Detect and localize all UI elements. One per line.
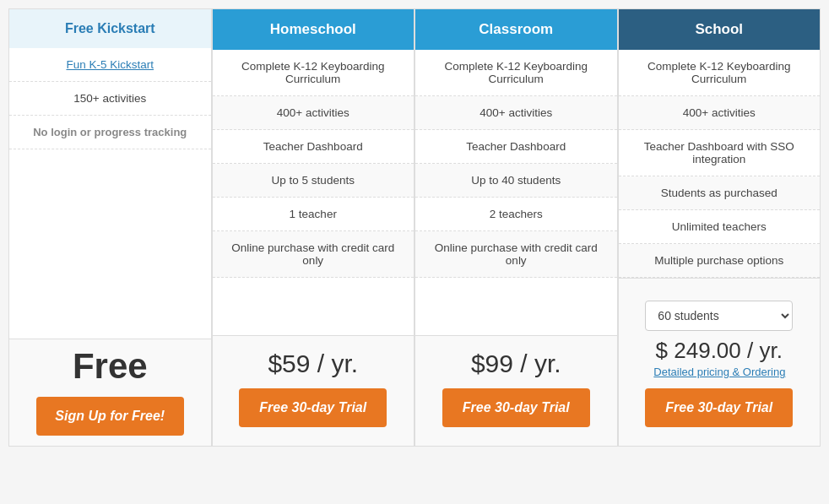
homeschool-purchase: Online purchase with credit card only <box>213 231 414 278</box>
plan-school-title: School <box>695 21 743 37</box>
plan-classroom-header: Classroom <box>415 9 617 50</box>
school-activities: 400+ activities <box>619 96 821 130</box>
school-curriculum: Complete K-12 Keyboarding Curriculum <box>619 50 821 96</box>
school-price: $ 249.00 / yr. <box>636 338 804 364</box>
classroom-purchase: Online purchase with credit card only <box>415 231 617 278</box>
plan-school: School Complete K-12 Keyboarding Curricu… <box>618 8 821 447</box>
free-no-login: No login or progress tracking <box>9 116 211 149</box>
homeschool-cta-button[interactable]: Free 30-day Trial <box>239 388 387 427</box>
homeschool-price: $59 / yr. <box>221 350 406 378</box>
plan-free-features: Fun K-5 Kickstart 150+ activities No log… <box>9 48 211 339</box>
school-price-section: 60 students 30 students 90 students 120 … <box>619 278 821 446</box>
free-cta-button[interactable]: Sign Up for Free! <box>36 397 184 436</box>
free-link-feature: Fun K-5 Kickstart <box>9 48 211 82</box>
school-dashboard: Teacher Dashboard with SSO integration <box>619 130 821 176</box>
plan-school-header: School <box>619 9 821 50</box>
classroom-price: $99 / yr. <box>424 350 609 378</box>
plan-free-title: Free Kickstart <box>65 21 155 35</box>
plan-classroom-title: Classroom <box>479 21 553 37</box>
school-teachers: Unlimited teachers <box>619 210 821 244</box>
fun-k5-link[interactable]: Fun K-5 Kickstart <box>66 58 154 71</box>
pricing-table: Free Kickstart Fun K-5 Kickstart 150+ ac… <box>8 8 821 447</box>
school-cta-button[interactable]: Free 30-day Trial <box>645 388 793 427</box>
no-login-text: No login or progress tracking <box>33 126 187 138</box>
free-activities: 150+ activities <box>9 82 211 116</box>
plan-classroom-features: Complete K-12 Keyboarding Curriculum 400… <box>415 50 617 335</box>
plan-free: Free Kickstart Fun K-5 Kickstart 150+ ac… <box>8 8 212 447</box>
plan-homeschool-title: Homeschool <box>270 21 356 37</box>
homeschool-curriculum: Complete K-12 Keyboarding Curriculum <box>213 50 414 96</box>
plan-homeschool: Homeschool Complete K-12 Keyboarding Cur… <box>212 8 415 447</box>
plan-homeschool-header: Homeschool <box>213 9 414 50</box>
free-price-section: Free Sign Up for Free! <box>9 339 211 446</box>
detailed-pricing-link[interactable]: Detailed pricing & Ordering <box>627 366 786 378</box>
plan-school-features: Complete K-12 Keyboarding Curriculum 400… <box>619 50 821 278</box>
homeschool-students: Up to 5 students <box>213 164 414 198</box>
school-students-dropdown-wrapper: 60 students 30 students 90 students 120 … <box>645 301 793 331</box>
plan-classroom: Classroom Complete K-12 Keyboarding Curr… <box>414 8 618 447</box>
classroom-price-section: $99 / yr. Free 30-day Trial <box>415 335 617 446</box>
school-students-select[interactable]: 60 students 30 students 90 students 120 … <box>645 301 793 331</box>
school-students-purchased: Students as purchased <box>619 176 821 210</box>
plan-free-header: Free Kickstart <box>9 9 211 48</box>
classroom-teachers: 2 teachers <box>415 198 617 231</box>
free-price: Free <box>18 346 203 387</box>
homeschool-activities: 400+ activities <box>213 96 414 130</box>
classroom-students: Up to 40 students <box>415 164 617 198</box>
plan-homeschool-features: Complete K-12 Keyboarding Curriculum 400… <box>213 50 414 335</box>
homeschool-dashboard: Teacher Dashboard <box>213 130 414 164</box>
classroom-curriculum: Complete K-12 Keyboarding Curriculum <box>415 50 617 96</box>
homeschool-teacher: 1 teacher <box>213 198 414 231</box>
school-purchase-options: Multiple purchase options <box>619 244 821 278</box>
classroom-cta-button[interactable]: Free 30-day Trial <box>442 388 590 427</box>
homeschool-price-section: $59 / yr. Free 30-day Trial <box>213 335 414 446</box>
classroom-dashboard: Teacher Dashboard <box>415 130 617 164</box>
classroom-activities: 400+ activities <box>415 96 617 130</box>
